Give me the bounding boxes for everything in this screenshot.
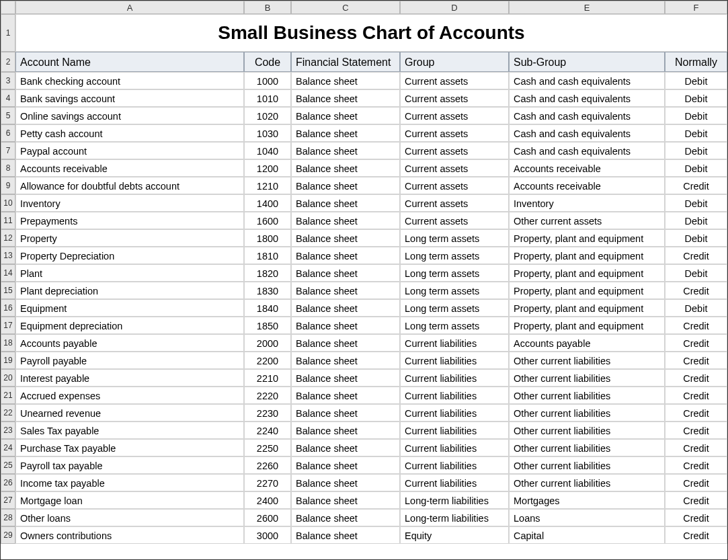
cell-account-name[interactable]: Accrued expenses [15, 387, 244, 404]
cell-code[interactable]: 1830 [244, 282, 291, 299]
cell-statement[interactable]: Balance sheet [291, 72, 400, 89]
cell-statement[interactable]: Balance sheet [291, 194, 400, 212]
cell-subgroup[interactable]: Accounts payable [509, 334, 665, 352]
cell-account-name[interactable]: Mortgage loan [15, 491, 244, 509]
cell-statement[interactable]: Balance sheet [291, 142, 400, 159]
cell-normally[interactable]: Credit [665, 177, 727, 194]
cell-group[interactable]: Current liabilities [400, 387, 509, 404]
cell-normally[interactable]: Credit [665, 317, 727, 334]
cell-normally[interactable]: Credit [665, 439, 727, 456]
cell-normally[interactable]: Debit [665, 229, 727, 247]
cell-statement[interactable]: Balance sheet [291, 526, 400, 544]
cell-account-name[interactable]: Sales Tax payable [15, 422, 244, 439]
cell-code[interactable]: 2400 [244, 491, 291, 509]
cell-group[interactable]: Current liabilities [400, 369, 509, 387]
cell-subgroup[interactable]: Other current assets [509, 212, 665, 229]
column-header[interactable]: E [509, 1, 665, 14]
column-header[interactable]: F [665, 1, 727, 14]
cell-subgroup[interactable]: Cash and cash equivalents [509, 89, 665, 107]
cell-group[interactable]: Current assets [400, 107, 509, 124]
row-header[interactable]: 19 [1, 352, 15, 369]
row-header[interactable]: 14 [1, 264, 15, 282]
cell-account-name[interactable]: Income tax payable [15, 474, 244, 491]
cell-account-name[interactable]: Accounts payable [15, 334, 244, 352]
cell-group[interactable]: Current assets [400, 142, 509, 159]
select-all-corner[interactable] [1, 1, 15, 14]
cell-normally[interactable]: Credit [665, 369, 727, 387]
header-normally[interactable]: Normally [665, 52, 727, 72]
cell-code[interactable]: 1840 [244, 299, 291, 317]
cell-subgroup[interactable]: Other current liabilities [509, 439, 665, 456]
cell-statement[interactable]: Balance sheet [291, 491, 400, 509]
row-header[interactable]: 13 [1, 247, 15, 264]
cell-normally[interactable]: Debit [665, 212, 727, 229]
cell-normally[interactable]: Credit [665, 352, 727, 369]
cell-account-name[interactable]: Bank savings account [15, 89, 244, 107]
cell-account-name[interactable]: Accounts receivable [15, 159, 244, 177]
row-header[interactable]: 26 [1, 474, 15, 491]
row-header[interactable]: 11 [1, 212, 15, 229]
cell-account-name[interactable]: Payroll tax payable [15, 456, 244, 474]
cell-group[interactable]: Current liabilities [400, 352, 509, 369]
cell-statement[interactable]: Balance sheet [291, 422, 400, 439]
cell-subgroup[interactable]: Inventory [509, 194, 665, 212]
row-header[interactable]: 10 [1, 194, 15, 212]
cell-subgroup[interactable]: Property, plant and equipment [509, 264, 665, 282]
cell-normally[interactable]: Credit [665, 456, 727, 474]
cell-subgroup[interactable]: Property, plant and equipment [509, 299, 665, 317]
cell-code[interactable]: 1000 [244, 72, 291, 89]
cell-account-name[interactable]: Payroll payable [15, 352, 244, 369]
row-header[interactable]: 16 [1, 299, 15, 317]
cell-statement[interactable]: Balance sheet [291, 299, 400, 317]
row-header[interactable]: 20 [1, 369, 15, 387]
cell-statement[interactable]: Balance sheet [291, 456, 400, 474]
cell-code[interactable]: 2600 [244, 509, 291, 526]
row-header[interactable]: 22 [1, 404, 15, 422]
cell-statement[interactable]: Balance sheet [291, 212, 400, 229]
cell-code[interactable]: 2210 [244, 369, 291, 387]
column-header[interactable]: B [244, 1, 291, 14]
cell-normally[interactable]: Credit [665, 526, 727, 544]
cell-normally[interactable]: Debit [665, 142, 727, 159]
cell-statement[interactable]: Balance sheet [291, 247, 400, 264]
header-subgroup[interactable]: Sub-Group [509, 52, 665, 72]
column-header[interactable]: A [15, 1, 244, 14]
column-header[interactable]: C [291, 1, 400, 14]
cell-group[interactable]: Long term assets [400, 282, 509, 299]
cell-subgroup[interactable]: Property, plant and equipment [509, 247, 665, 264]
row-header[interactable]: 8 [1, 159, 15, 177]
cell-statement[interactable]: Balance sheet [291, 352, 400, 369]
cell-account-name[interactable]: Prepayments [15, 212, 244, 229]
cell-statement[interactable]: Balance sheet [291, 334, 400, 352]
cell-code[interactable]: 1600 [244, 212, 291, 229]
cell-account-name[interactable]: Equipment [15, 299, 244, 317]
cell-code[interactable]: 2000 [244, 334, 291, 352]
cell-normally[interactable]: Credit [665, 404, 727, 422]
cell-code[interactable]: 1400 [244, 194, 291, 212]
cell-statement[interactable]: Balance sheet [291, 474, 400, 491]
cell-code[interactable]: 2200 [244, 352, 291, 369]
cell-statement[interactable]: Balance sheet [291, 439, 400, 456]
row-header[interactable]: 27 [1, 491, 15, 509]
cell-normally[interactable]: Debit [665, 107, 727, 124]
cell-subgroup[interactable]: Capital [509, 526, 665, 544]
row-header[interactable]: 23 [1, 422, 15, 439]
cell-normally[interactable]: Debit [665, 194, 727, 212]
cell-code[interactable]: 1010 [244, 89, 291, 107]
header-code[interactable]: Code [244, 52, 291, 72]
cell-account-name[interactable]: Bank checking account [15, 72, 244, 89]
cell-group[interactable]: Current assets [400, 124, 509, 142]
row-header[interactable]: 1 [1, 14, 15, 52]
cell-account-name[interactable]: Petty cash account [15, 124, 244, 142]
cell-normally[interactable]: Debit [665, 72, 727, 89]
row-header[interactable]: 5 [1, 107, 15, 124]
cell-code[interactable]: 2260 [244, 456, 291, 474]
cell-normally[interactable]: Credit [665, 387, 727, 404]
cell-normally[interactable]: Credit [665, 422, 727, 439]
cell-group[interactable]: Current assets [400, 72, 509, 89]
cell-code[interactable]: 3000 [244, 526, 291, 544]
cell-code[interactable]: 1030 [244, 124, 291, 142]
cell-group[interactable]: Long term assets [400, 229, 509, 247]
cell-statement[interactable]: Balance sheet [291, 124, 400, 142]
cell-code[interactable]: 1200 [244, 159, 291, 177]
